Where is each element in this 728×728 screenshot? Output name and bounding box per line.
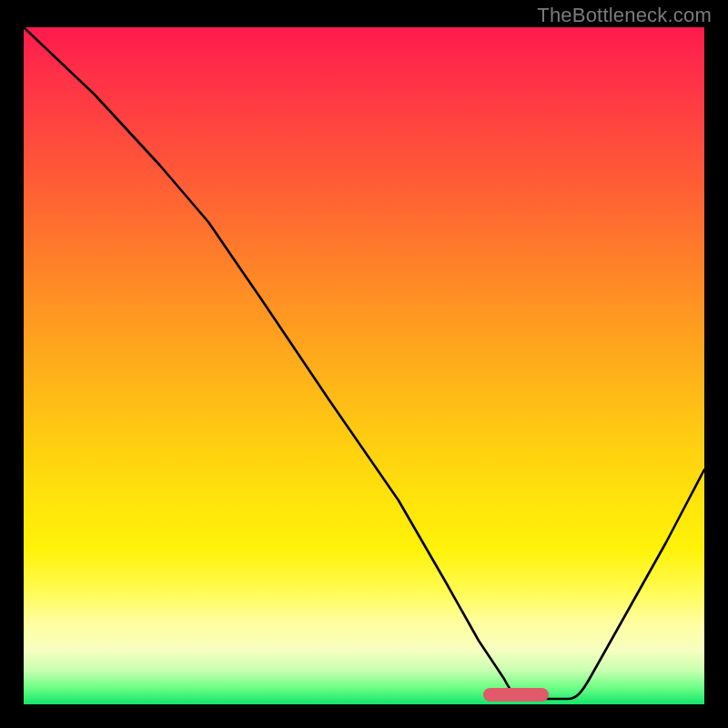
watermark-text: TheBottleneck.com xyxy=(537,4,712,27)
bottleneck-curve xyxy=(24,27,704,704)
chart-container: TheBottleneck.com xyxy=(0,0,728,728)
optimal-range-marker xyxy=(483,688,549,702)
plot-area xyxy=(24,27,704,704)
curve-path xyxy=(24,27,704,699)
